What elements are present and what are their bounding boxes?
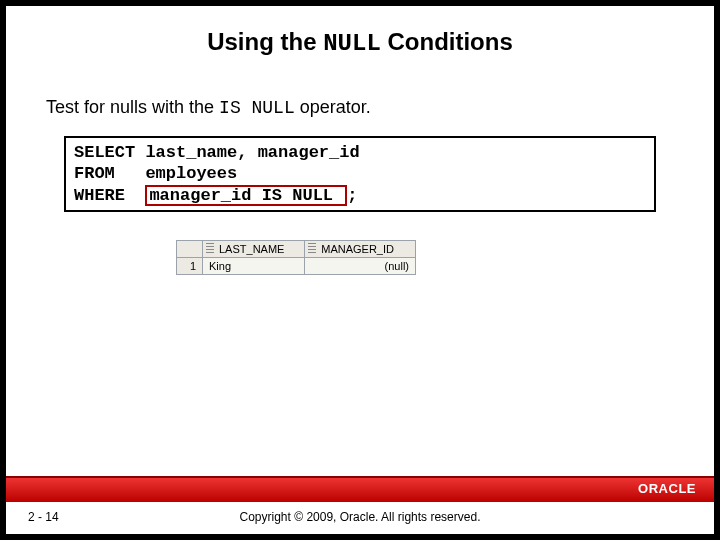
oracle-logo: ORACLE [638, 481, 696, 496]
title-text-pre: Using the [207, 28, 323, 55]
cell-last-name: King [203, 258, 305, 275]
sql-line2: FROM employees [74, 164, 237, 183]
subtitle-pre: Test for nulls with the [46, 97, 219, 117]
cell-manager-id: (null) [305, 258, 416, 275]
footer-bar: ORACLE [6, 478, 714, 502]
header-rownum [177, 241, 203, 258]
header-last-name: LAST_NAME [203, 241, 305, 258]
sql-line3-post: ; [347, 186, 357, 205]
table-header-row: LAST_NAME MANAGER_ID [177, 241, 416, 258]
subtitle-code: IS NULL [219, 98, 295, 118]
title-text-post: Conditions [381, 28, 513, 55]
result-grid: LAST_NAME MANAGER_ID 1 King (null) [176, 240, 416, 275]
result-table: LAST_NAME MANAGER_ID 1 King (null) [176, 240, 416, 275]
slide-title: Using the NULL Conditions [6, 6, 714, 67]
table-row: 1 King (null) [177, 258, 416, 275]
grip-icon [308, 243, 316, 255]
sql-highlight: manager_id IS NULL [145, 185, 347, 207]
header-manager-id: MANAGER_ID [305, 241, 416, 258]
slide: Using the NULL Conditions Test for nulls… [6, 6, 714, 534]
subtitle: Test for nulls with the IS NULL operator… [6, 67, 714, 136]
sql-line1: SELECT last_name, manager_id [74, 143, 360, 162]
sql-code-box: SELECT last_name, manager_id FROM employ… [64, 136, 656, 212]
cell-rownum: 1 [177, 258, 203, 275]
header-last-name-label: LAST_NAME [219, 243, 284, 255]
subtitle-post: operator. [295, 97, 371, 117]
title-code: NULL [323, 30, 381, 57]
grip-icon [206, 243, 214, 255]
copyright-text: Copyright © 2009, Oracle. All rights res… [6, 510, 714, 524]
sql-line3-kw: WHERE [74, 186, 145, 205]
header-manager-id-label: MANAGER_ID [321, 243, 394, 255]
